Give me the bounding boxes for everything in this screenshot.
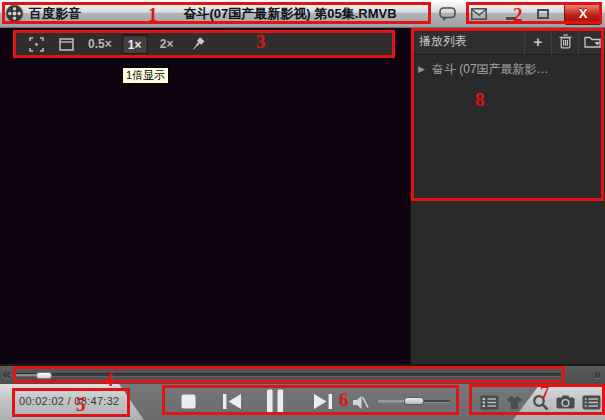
- snapshot-camera-icon[interactable]: [556, 392, 576, 412]
- window-title: 奋斗(07国产最新影视) 第05集.RMVB: [150, 0, 430, 28]
- scale-1x-button[interactable]: 1×: [122, 34, 148, 54]
- scale-2x-button[interactable]: 2×: [154, 34, 180, 54]
- video-toolbar: 0.5× 1× 2×: [16, 32, 392, 56]
- playlist-title: 播放列表: [411, 33, 524, 50]
- scale-05x-button[interactable]: 0.5×: [84, 34, 116, 54]
- volume-handle[interactable]: [404, 397, 424, 405]
- scale-tooltip: 1倍显示: [122, 67, 169, 84]
- playlist-header: 播放列表 +: [411, 28, 605, 55]
- search-magnifier-icon[interactable]: [530, 392, 550, 412]
- titlebar: 百度影音 奋斗(07国产最新影视) 第05集.RMVB X: [0, 0, 605, 28]
- playlist-item-label: 奋斗 (07国产最新影…: [432, 61, 549, 78]
- playlist-panel: 播放列表 +: [410, 28, 605, 364]
- skin-tshirt-icon[interactable]: [505, 392, 525, 412]
- fullscreen-icon[interactable]: [24, 34, 48, 54]
- minimize-icon[interactable]: [498, 3, 524, 25]
- seek-back-icon[interactable]: «: [3, 365, 11, 383]
- seekbar-row: « »: [0, 364, 605, 384]
- chat-bubble-icon[interactable]: [434, 3, 460, 25]
- time-display: 00:02:02 / 08:47:32: [19, 395, 120, 407]
- import-folder-icon[interactable]: [578, 28, 605, 55]
- seek-fill: [16, 374, 38, 376]
- trash-icon[interactable]: [551, 28, 578, 55]
- titlebar-controls: X: [428, 0, 602, 28]
- playlist-toggle-icon[interactable]: [581, 392, 601, 412]
- app-name: 百度影音: [29, 0, 81, 28]
- next-icon[interactable]: [312, 393, 333, 410]
- playlist-item[interactable]: ▶ 奋斗 (07国产最新影…: [411, 59, 605, 79]
- bottom-control-bar: 00:02:02 / 08:47:32: [0, 384, 605, 420]
- player-window: 百度影音 奋斗(07国产最新影视) 第05集.RMVB X: [0, 0, 605, 420]
- fit-window-icon[interactable]: [54, 34, 78, 54]
- media-browser-icon[interactable]: [479, 392, 499, 412]
- film-reel-icon: [5, 4, 24, 23]
- mute-speaker-icon[interactable]: [352, 395, 369, 410]
- seek-handle[interactable]: [36, 372, 52, 379]
- add-icon[interactable]: +: [524, 28, 551, 55]
- pin-icon[interactable]: [186, 34, 210, 54]
- previous-icon[interactable]: [222, 393, 243, 410]
- playing-indicator-icon: ▶: [418, 64, 425, 74]
- close-icon[interactable]: X: [564, 3, 602, 25]
- stop-icon[interactable]: [181, 394, 196, 409]
- seek-slider[interactable]: [16, 373, 561, 377]
- pause-icon[interactable]: [266, 389, 284, 415]
- bottom-right-toolbar: [479, 391, 601, 413]
- mail-icon[interactable]: [466, 3, 492, 25]
- volume-slider[interactable]: [378, 400, 450, 403]
- seek-forward-icon[interactable]: »: [593, 365, 601, 383]
- video-surface[interactable]: [0, 28, 410, 364]
- maximize-icon[interactable]: [530, 3, 556, 25]
